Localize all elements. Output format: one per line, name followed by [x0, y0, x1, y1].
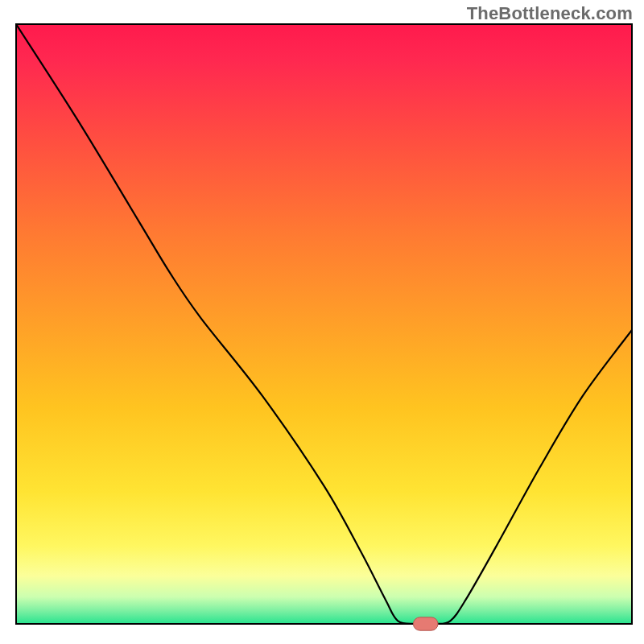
watermark-label: TheBottleneck.com: [467, 3, 633, 24]
chart-stage: TheBottleneck.com: [0, 0, 644, 644]
plot-background: [16, 24, 632, 624]
optimal-point-marker: [413, 617, 438, 630]
bottleneck-chart: [0, 0, 644, 644]
